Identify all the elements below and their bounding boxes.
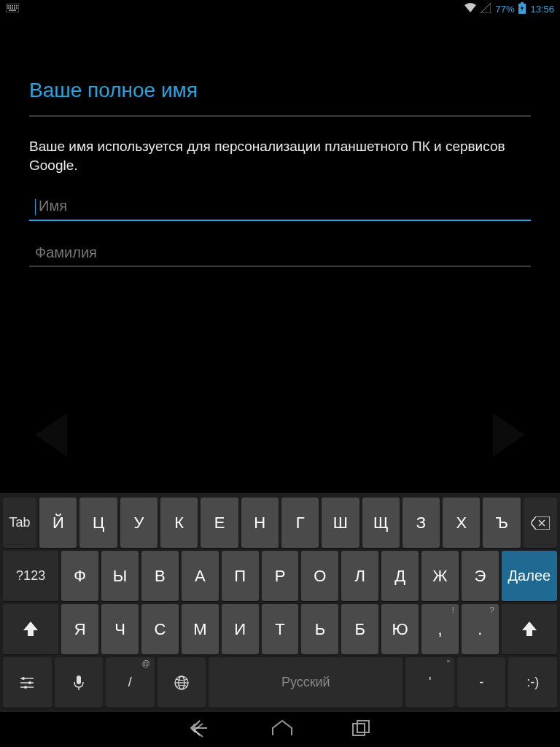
key-letter[interactable]: Т xyxy=(262,604,299,654)
key-dash[interactable]: - xyxy=(457,657,506,708)
wizard-nav xyxy=(0,409,560,461)
key-smiley[interactable]: :-) xyxy=(508,657,557,708)
key-letter[interactable]: Й xyxy=(39,498,77,548)
page-title: Ваше полное имя xyxy=(29,79,531,117)
key-letter[interactable]: Х xyxy=(443,498,480,548)
key-letter[interactable]: С xyxy=(141,604,179,654)
key-letter[interactable]: Я xyxy=(61,604,98,654)
wifi-icon xyxy=(464,3,476,15)
back-arrow-button[interactable] xyxy=(29,409,73,461)
key-letter[interactable]: Е xyxy=(201,498,238,548)
key-punct[interactable]: ,! xyxy=(421,604,459,654)
svg-rect-17 xyxy=(77,676,81,684)
last-name-placeholder: Фамилия xyxy=(35,244,97,260)
nav-back-icon[interactable] xyxy=(190,718,213,741)
key-quote[interactable]: '" xyxy=(405,657,454,708)
key-punct[interactable]: .? xyxy=(462,604,499,654)
key-letter[interactable]: З xyxy=(402,498,440,548)
key-letter[interactable]: И xyxy=(222,604,259,654)
key-letter[interactable]: У xyxy=(120,498,158,548)
svg-rect-22 xyxy=(353,724,365,735)
soft-keyboard: Tab Й Ц У К Е Н Г Ш Щ З Х Ъ ?123 Ф Ы В А… xyxy=(0,493,560,712)
key-letter[interactable]: А xyxy=(182,551,219,601)
svg-point-14 xyxy=(22,677,25,680)
svg-point-15 xyxy=(28,681,31,684)
key-letter[interactable]: Ю xyxy=(381,604,419,654)
setup-form: Ваше полное имя Ваше имя используется дл… xyxy=(0,18,560,267)
clock: 13:56 xyxy=(530,4,554,15)
svg-rect-6 xyxy=(7,7,9,9)
key-letter[interactable]: Ж xyxy=(421,551,459,601)
key-tab[interactable]: Tab xyxy=(3,498,36,548)
key-next[interactable]: Далее xyxy=(502,551,557,601)
key-shift-right[interactable] xyxy=(502,604,557,654)
svg-rect-2 xyxy=(9,5,11,7)
first-name-field[interactable]: Имя xyxy=(29,195,531,221)
key-letter[interactable]: Ш xyxy=(322,498,359,548)
svg-rect-10 xyxy=(16,7,18,9)
key-slash[interactable]: /@ xyxy=(106,657,155,708)
battery-percentage: 77% xyxy=(495,4,514,15)
key-letter[interactable]: Н xyxy=(241,498,279,548)
svg-rect-5 xyxy=(16,5,18,7)
key-language[interactable] xyxy=(158,657,206,708)
status-bar: 77% 13:56 xyxy=(0,0,560,18)
nav-recents-icon[interactable] xyxy=(351,719,370,740)
key-letter[interactable]: Ф xyxy=(61,551,98,601)
key-letter[interactable]: Б xyxy=(341,604,378,654)
text-caret xyxy=(35,199,36,215)
cell-signal-icon xyxy=(481,3,491,15)
key-letter[interactable]: Д xyxy=(381,551,419,601)
page-subtitle: Ваше имя используется для персонализации… xyxy=(29,137,531,174)
svg-rect-7 xyxy=(9,7,11,9)
svg-rect-23 xyxy=(357,721,369,732)
key-letter[interactable]: Л xyxy=(341,551,378,601)
system-nav-bar xyxy=(0,712,560,747)
svg-point-16 xyxy=(24,686,27,689)
key-settings[interactable] xyxy=(3,657,52,708)
battery-icon xyxy=(518,2,526,16)
key-letter[interactable]: О xyxy=(301,551,338,601)
svg-rect-12 xyxy=(521,2,524,4)
key-letter[interactable]: Р xyxy=(262,551,299,601)
svg-rect-4 xyxy=(14,5,15,7)
first-name-placeholder: Имя xyxy=(39,198,67,214)
key-voice[interactable] xyxy=(55,657,104,708)
key-letter[interactable]: Ъ xyxy=(483,498,520,548)
key-letter[interactable]: Ь xyxy=(301,604,338,654)
nav-home-icon[interactable] xyxy=(271,719,293,740)
key-backspace[interactable] xyxy=(524,498,557,548)
key-letter[interactable]: В xyxy=(141,551,179,601)
key-letter[interactable]: П xyxy=(222,551,259,601)
key-letter[interactable]: Ч xyxy=(101,604,139,654)
key-letter[interactable]: Ц xyxy=(79,498,117,548)
svg-rect-3 xyxy=(12,5,13,7)
key-letter[interactable]: М xyxy=(182,604,219,654)
keyboard-indicator-icon xyxy=(6,4,19,15)
key-symbols[interactable]: ?123 xyxy=(3,551,58,601)
last-name-field[interactable]: Фамилия xyxy=(29,241,531,267)
svg-rect-1 xyxy=(7,5,9,7)
key-letter[interactable]: Ы xyxy=(101,551,139,601)
forward-arrow-button[interactable] xyxy=(487,409,531,461)
key-letter[interactable]: Г xyxy=(281,498,319,548)
svg-rect-9 xyxy=(14,7,15,9)
svg-rect-11 xyxy=(9,9,16,11)
key-letter[interactable]: Э xyxy=(462,551,499,601)
key-space[interactable]: Русский xyxy=(209,657,402,708)
key-letter[interactable]: Щ xyxy=(362,498,400,548)
key-letter[interactable]: К xyxy=(160,498,198,548)
svg-rect-8 xyxy=(12,7,13,9)
key-shift-left[interactable] xyxy=(3,604,58,654)
